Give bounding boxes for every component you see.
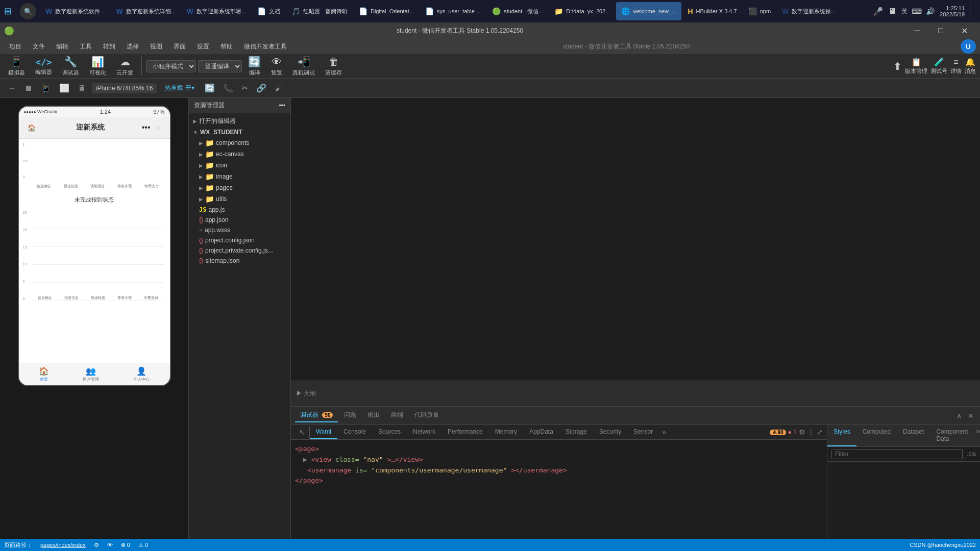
right-tab-component-data[interactable]: Component Data <box>930 425 974 446</box>
phone-small-icon[interactable]: 📞 <box>221 81 235 95</box>
preview-statusbar-icon[interactable]: 👁 <box>107 542 113 548</box>
toolbar-clear-cache[interactable]: 🗑 清缓存 <box>321 54 346 79</box>
file-item-image[interactable]: ▶ 📁 image <box>189 171 290 182</box>
avatar[interactable]: U <box>961 39 976 54</box>
taskbar-student[interactable]: 🟢 student - 微信... <box>487 2 548 20</box>
menu-edit[interactable]: 编辑 <box>51 40 74 53</box>
device-selector[interactable]: iPhone 6/7/8 85% 16 <box>92 83 157 93</box>
compile-select[interactable]: 普通编译 <box>198 60 242 72</box>
taskbar-digital-sys[interactable]: W 数字迎新系统操... <box>777 2 841 20</box>
capture-icon[interactable]: ⊙ <box>153 121 165 134</box>
file-item-pages[interactable]: ▶ 📁 pages <box>189 182 290 193</box>
hot-reload-toggle[interactable]: 热重载 开▾ <box>161 82 198 94</box>
bottom-nav-user[interactable]: 👥 用户管理 <box>83 366 99 382</box>
close-button[interactable]: ✕ <box>952 22 976 39</box>
settings-icon-debug[interactable]: ⚙ <box>799 428 805 436</box>
debug-tab-output[interactable]: 输出 <box>362 409 385 422</box>
taskbar-word3[interactable]: W 数字迎新系统部署... <box>182 2 251 20</box>
inner-tab-sources[interactable]: Sources <box>372 425 407 439</box>
screen-icon[interactable]: 🖥 <box>76 82 88 95</box>
file-item-appwxss[interactable]: ~ app.wxss <box>189 225 290 235</box>
expand-debug-icon[interactable]: ⤢ <box>817 428 823 436</box>
file-item-ec-canvas[interactable]: ▶ 📁 ec-canvas <box>189 148 290 160</box>
inner-tab-network[interactable]: Network <box>407 425 442 439</box>
maximize-button[interactable]: □ <box>929 22 952 39</box>
toolbar-real-debug[interactable]: 📲 真机调试 <box>288 54 319 79</box>
taskbar-digital-orient[interactable]: 📄 Digital_Orientat... <box>354 2 419 20</box>
menu-file[interactable]: 文件 <box>28 40 50 53</box>
mode-select[interactable]: 小程序模式 <box>146 60 196 72</box>
stop-icon[interactable]: ⏹ <box>22 82 35 95</box>
inner-tab-wxml[interactable]: Wxml <box>310 425 337 439</box>
taskbar-sys-user[interactable]: 📄 sys_user_table ... <box>420 2 486 20</box>
inner-tab-console[interactable]: Console <box>337 425 372 439</box>
menu-goto[interactable]: 转到 <box>98 40 120 53</box>
notification-group[interactable]: 🔔 消息 <box>965 57 976 75</box>
landscape-icon[interactable]: ⬜ <box>57 81 71 95</box>
code-line-2[interactable]: ▶ <view class= "nav" >…</view> <box>295 455 823 465</box>
toolbar-visual[interactable]: 📊 可视化 <box>85 54 110 79</box>
settings-statusbar-icon[interactable]: ⚙ <box>94 542 99 548</box>
inner-tab-performance[interactable]: Performance <box>442 425 489 439</box>
bottom-nav-home[interactable]: 🏠 首页 <box>39 366 49 382</box>
wxml-tab-tools[interactable]: ↖ <box>295 426 310 438</box>
toolbar-preview[interactable]: 👁 预览 <box>267 54 286 79</box>
cut-icon[interactable]: ✂ <box>239 81 250 95</box>
menu-select[interactable]: 选择 <box>121 40 144 53</box>
search-button[interactable]: 🔍 <box>20 3 36 19</box>
page-path-link[interactable]: pages/index/index <box>40 542 86 548</box>
home-nav-icon[interactable]: 🏠 <box>24 120 39 135</box>
notification-area[interactable] <box>970 2 976 20</box>
file-item-appjson[interactable]: {} app.json <box>189 215 290 225</box>
toolbar-simulator[interactable]: 📱 模拟器 <box>4 54 29 79</box>
test-group[interactable]: 🧪 测试号 <box>930 57 947 75</box>
file-item-appjs[interactable]: JS app.js <box>189 205 290 215</box>
right-panel-more-icon[interactable]: » <box>974 425 980 446</box>
right-tab-styles[interactable]: Styles <box>827 425 856 446</box>
rotate-icon[interactable]: 🔄 <box>203 81 217 95</box>
menu-project[interactable]: 项目 <box>4 40 27 53</box>
bottom-nav-profile[interactable]: 👤 个人中心 <box>133 366 150 382</box>
more-dots-icon[interactable]: ••• <box>142 123 151 132</box>
file-item-icon[interactable]: ▶ 📁 icon <box>189 160 290 171</box>
toolbar-cloud[interactable]: ☁ 云开发 <box>112 54 137 79</box>
more-options-icon[interactable]: ••• <box>279 102 285 109</box>
phone-frame-icon[interactable]: 📱 <box>39 81 53 95</box>
back-icon[interactable]: ← <box>6 82 18 95</box>
right-tab-computed[interactable]: Computed <box>856 425 897 446</box>
taskbar-wendang[interactable]: 📄 文档 <box>252 2 285 20</box>
inner-tab-sensor[interactable]: Sensor <box>627 425 659 439</box>
menu-view[interactable]: 视图 <box>145 40 167 53</box>
right-tab-dataset[interactable]: Dataset <box>897 425 930 446</box>
inner-tab-storage[interactable]: Storage <box>559 425 593 439</box>
debug-tab-codequality[interactable]: 代码质量 <box>409 409 444 422</box>
menu-tools[interactable]: 工具 <box>75 40 97 53</box>
inner-tab-appdata[interactable]: AppData <box>523 425 559 439</box>
menu-interface[interactable]: 界面 <box>168 40 191 53</box>
taskbar-hbuilder[interactable]: H HBuilder X 3.4.7 <box>682 2 742 20</box>
inner-tab-security[interactable]: Security <box>593 425 627 439</box>
debug-tab-issue[interactable]: 问题 <box>339 409 361 422</box>
toolbar-compile[interactable]: 🔄 编译 <box>244 54 265 79</box>
file-section-open-editors[interactable]: ▶ 打开的编辑器 <box>189 115 290 127</box>
file-item-project-config[interactable]: {} project.config.json <box>189 235 290 245</box>
debug-tab-debugger[interactable]: 调试器 90 <box>295 409 338 422</box>
menu-help[interactable]: 帮助 <box>215 40 238 53</box>
file-item-utils[interactable]: ▶ 📁 utils <box>189 193 290 205</box>
file-section-wx-student[interactable]: ▼ WX_STUDENT <box>189 127 290 137</box>
detail-group[interactable]: ≡ 详情 <box>950 58 962 75</box>
file-item-sitemap[interactable]: {} sitemap.json <box>189 256 290 266</box>
toolbar-editor[interactable]: </> 编辑器 <box>31 55 56 78</box>
taskbar-welcome-new[interactable]: 🌐 welcome_new_... <box>616 2 681 20</box>
panel-up-icon[interactable]: ∧ <box>954 412 964 420</box>
windows-icon[interactable]: ⊞ <box>4 6 12 17</box>
inner-tab-memory[interactable]: Memory <box>489 425 523 439</box>
toolbar-debugger[interactable]: 🔧 调试器 <box>58 54 83 79</box>
file-item-components[interactable]: ▶ 📁 components <box>189 137 290 148</box>
file-item-project-private[interactable]: {} project.private.config.js... <box>189 245 290 256</box>
more-tabs-icon[interactable]: » <box>659 426 669 438</box>
taskbar-npm[interactable]: ⬛ npm <box>743 2 776 20</box>
taskbar-hongyun[interactable]: 🎵 红昭愿 - 音阙诗听 <box>286 2 353 20</box>
debug-tab-terminal[interactable]: 终端 <box>386 409 408 422</box>
more-debug-icon[interactable]: ⋮ <box>807 428 815 436</box>
